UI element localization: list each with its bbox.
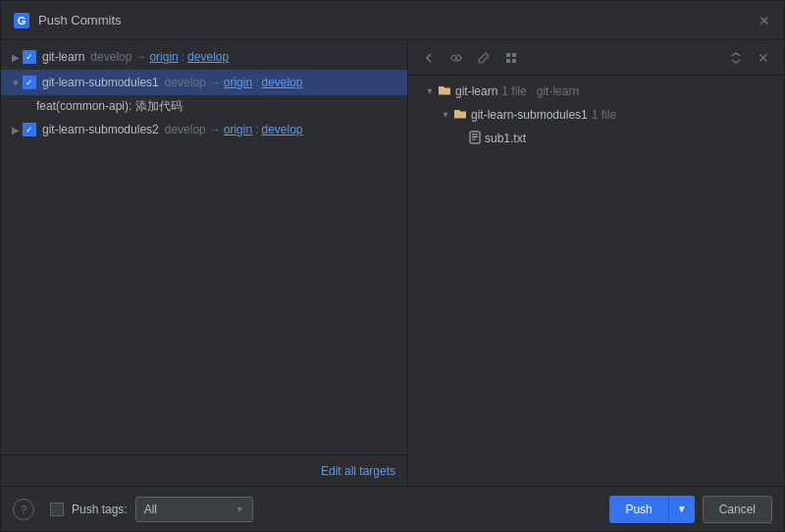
toolbar-right: ✕ <box>723 45 776 71</box>
tree-arrow-submodules1[interactable]: ▼ <box>440 109 451 121</box>
tree-meta-git-learn: 1 file git-learn <box>501 84 579 98</box>
main-content: ▶ git-learn develop → origin : develop ▼ <box>1 40 784 486</box>
tree-meta-submodules1: 1 file <box>592 108 616 122</box>
grid-button[interactable] <box>498 45 524 71</box>
eye-button[interactable] <box>444 45 469 71</box>
expand-arrow-submodules1[interactable]: ▼ <box>9 76 23 89</box>
close-panel-button[interactable]: ✕ <box>751 45 776 71</box>
right-toolbar: ✕ <box>408 40 784 76</box>
svg-point-3 <box>455 56 458 59</box>
checkbox-submodules1[interactable] <box>23 76 36 89</box>
tree-label-git-learn: git-learn <box>455 84 497 98</box>
repo-item-git-learn-submodules1[interactable]: ▼ git-learn-submodules1 develop → origin… <box>1 70 407 95</box>
dialog-icon: G <box>13 12 30 29</box>
expand-arrow-submodules2[interactable]: ▶ <box>9 123 23 136</box>
toolbar-left <box>416 45 524 71</box>
help-button[interactable]: ? <box>13 499 34 520</box>
repo-item-git-learn[interactable]: ▶ git-learn develop → origin : develop <box>1 44 407 70</box>
expand-arrow-git-learn[interactable]: ▶ <box>9 50 23 64</box>
repo-name-submodules1: git-learn-submodules1 <box>42 76 159 89</box>
svg-rect-4 <box>506 53 510 57</box>
repo-item-git-learn-submodules2[interactable]: ▶ git-learn-submodules2 develop → origin… <box>1 117 407 142</box>
svg-rect-7 <box>512 59 516 63</box>
repo-name-git-learn: git-learn <box>42 50 84 64</box>
push-tags-label: Push tags: <box>72 503 128 516</box>
svg-rect-5 <box>512 53 516 57</box>
tree-item-sub1txt[interactable]: ▶ sub1.txt <box>408 127 784 150</box>
push-tags-checkbox[interactable] <box>50 503 64 516</box>
push-button-group: Push ▼ <box>609 496 694 523</box>
tree-label-submodules1: git-learn-submodules1 <box>471 108 588 122</box>
checkbox-git-learn[interactable] <box>23 50 36 64</box>
cancel-button[interactable]: Cancel <box>703 496 772 523</box>
dialog-title: Push Commits <box>38 13 757 27</box>
folder-icon-git-learn <box>438 83 451 100</box>
repo-list: ▶ git-learn develop → origin : develop ▼ <box>1 40 407 454</box>
left-panel: ▶ git-learn develop → origin : develop ▼ <box>1 40 408 486</box>
checkbox-submodules2[interactable] <box>23 123 36 136</box>
title-bar: G Push Commits ✕ <box>1 1 784 40</box>
branch-info-submodules2: develop → origin : develop <box>165 123 303 136</box>
right-panel: ✕ ▼ git-learn 1 file git-learn <box>408 40 784 486</box>
push-commits-dialog: G Push Commits ✕ ▶ git-learn develop → o… <box>0 0 785 532</box>
tree-label-sub1txt: sub1.txt <box>485 132 526 145</box>
commit-item-feat: feat(common-api): 添加代码 <box>1 95 407 117</box>
folder-icon-submodules1 <box>453 107 467 124</box>
edit-all-targets-bar: Edit all targets <box>1 454 407 486</box>
tree-item-submodules1[interactable]: ▼ git-learn-submodules1 1 file <box>408 103 784 127</box>
close-button[interactable]: ✕ <box>757 13 772 28</box>
commit-text: feat(common-api): 添加代码 <box>36 98 183 115</box>
push-dropdown-button[interactable]: ▼ <box>668 496 695 523</box>
branch-info-submodules1: develop → origin : develop <box>165 76 303 89</box>
file-icon-sub1txt <box>469 131 481 146</box>
repo-name-submodules2: git-learn-submodules2 <box>42 123 159 136</box>
push-button[interactable]: Push <box>609 496 667 523</box>
dropdown-arrow-icon: ▼ <box>236 505 244 514</box>
collapse-button[interactable] <box>723 45 749 71</box>
edit-all-targets-link[interactable]: Edit all targets <box>321 464 395 478</box>
footer: ? Push tags: All ▼ Push ▼ Cancel <box>1 486 784 531</box>
tags-dropdown-value: All <box>144 503 157 516</box>
tree-arrow-git-learn[interactable]: ▼ <box>424 85 436 97</box>
edit-button[interactable] <box>471 45 497 71</box>
file-tree: ▼ git-learn 1 file git-learn ▼ <box>408 76 784 486</box>
tags-dropdown[interactable]: All ▼ <box>135 497 253 522</box>
tree-item-git-learn[interactable]: ▼ git-learn 1 file git-learn <box>408 80 784 103</box>
back-button[interactable] <box>416 45 442 71</box>
svg-text:G: G <box>18 15 26 27</box>
svg-rect-6 <box>506 59 510 63</box>
branch-info-git-learn: develop → origin : develop <box>90 50 229 64</box>
